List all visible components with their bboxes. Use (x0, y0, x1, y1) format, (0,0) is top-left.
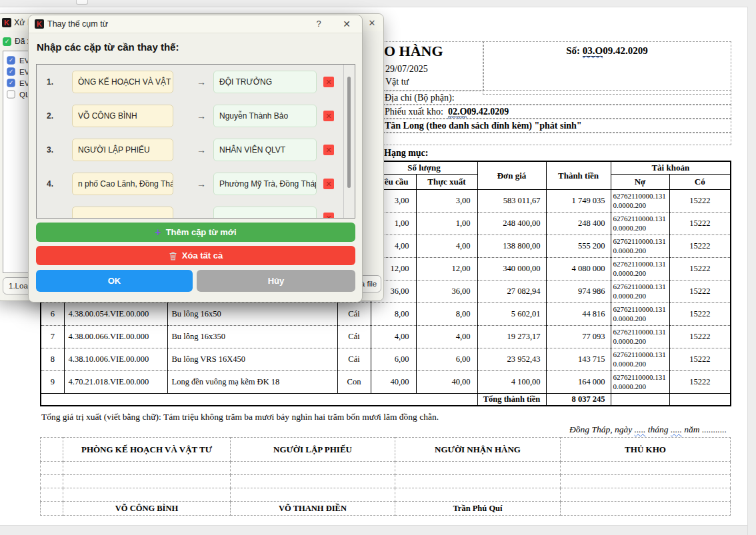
pair-from-input[interactable]: n phố Cao Lãnh, Đồng Tháp (72, 173, 173, 195)
doc-number-prefix: 03.O (583, 45, 603, 57)
scrollbar-thumb[interactable] (347, 77, 351, 188)
cell-no: 8 (41, 348, 64, 371)
dialog-titlebar[interactable]: K Thay thế cụm từ ? ✕ (29, 15, 362, 33)
app-logo-icon: K (2, 18, 11, 27)
cell-unit: Cái (337, 303, 371, 326)
ok-button[interactable]: OK (36, 270, 193, 292)
cell-unit: Cái (337, 348, 371, 371)
cell-price: 340 000,00 (477, 258, 546, 280)
doc-address-label: Địa chỉ (Bộ phận): (385, 93, 455, 103)
cell-credit: 15222 (669, 235, 731, 258)
add-pair-button[interactable]: + Thêm cặp từ mới (36, 223, 355, 242)
cell-debit: 62762110000.1310.0000.200 (611, 303, 669, 326)
checkbox-icon[interactable] (7, 56, 15, 64)
signature-empty-row (41, 488, 731, 502)
col-header-price: Đơn giá (477, 161, 546, 190)
cell-amount: 4 080 000 (546, 258, 611, 280)
doc-number-suffix: 09.42.0209 (603, 45, 648, 56)
processed-checkbox-row[interactable]: Đã x (3, 37, 31, 46)
signature-name-cell (41, 502, 63, 516)
signature-names-row: VÕ CÔNG BÌNH VÕ THANH ĐIỀN Trần Phú Quí (41, 502, 731, 516)
cell-debit: 62762110000.1310.0000.200 (611, 348, 669, 371)
place-date-line: Đồng Tháp, ngày ..... tháng ..... năm ..… (400, 424, 727, 435)
col-header-account-group: Tài khoản (611, 161, 731, 175)
trash-icon (169, 251, 177, 261)
cell-credit: 15222 (669, 371, 731, 394)
cell-code: 4.70.21.018.VIE.00.000 (64, 371, 167, 394)
signature-header-cell: PHÒNG KẾ HOẠCH VÀ VẬT TƯ (63, 438, 231, 462)
col-header-qty-group: Số lượng (371, 161, 477, 175)
signature-name-cell (561, 502, 731, 516)
checked-checkbox-icon[interactable] (3, 37, 11, 46)
delete-pair-button[interactable]: ✕ (323, 77, 334, 87)
pair-to-input[interactable]: Nguyễn Thành Bảo (213, 105, 317, 127)
cell-credit: 15222 (669, 258, 731, 280)
col-header-qty-act: Thực xuất (416, 175, 477, 190)
list-scrollbar[interactable] (343, 65, 355, 218)
delete-pair-button[interactable]: ✕ (323, 179, 334, 189)
cell-debit: 62762110000.1310.0000.200 (611, 326, 669, 348)
cell-name: Bu lông VRS 16X450 (167, 348, 337, 371)
doc-type-fragment: Vật tư (385, 77, 409, 87)
pair-to-input[interactable]: ĐỘI TRƯỞNG (213, 71, 317, 93)
arrow-icon: → (193, 145, 209, 155)
table-row: 9 4.70.21.018.VIE.00.000 Long đền vuông … (41, 371, 731, 394)
cancel-button[interactable]: Hủy (197, 270, 355, 292)
place-date-suffix: năm (684, 424, 699, 434)
cell-qty-req: 4,00 (371, 326, 416, 348)
table-row: 6 4.38.00.054.VIE.00.000 Bu lông 16x50 C… (41, 303, 731, 326)
cell-amount: 164 000 (546, 371, 611, 394)
close-icon[interactable]: ✕ (341, 18, 353, 30)
cell-qty-req: 40,00 (371, 371, 416, 394)
cell-credit: 15222 (669, 213, 731, 235)
cell-price: 19 273,17 (477, 326, 546, 348)
app-logo-icon: K (35, 19, 44, 29)
help-icon[interactable]: ? (313, 18, 325, 30)
bottom-window-strip (0, 525, 747, 535)
delete-pair-button[interactable]: ✕ (323, 213, 334, 219)
cell-credit: 15222 (669, 280, 731, 303)
add-pair-label: Thêm cặp từ mới (166, 227, 237, 237)
checkbox-icon[interactable] (7, 79, 15, 87)
dialog-heading: Nhập các cặp từ cần thay thế: (37, 41, 179, 53)
close-icon[interactable]: ✕ (366, 17, 378, 29)
doc-number-label: Số: (566, 45, 580, 56)
cell-credit: 15222 (669, 303, 731, 326)
cell-debit: 62762110000.1310.0000.200 (611, 190, 669, 213)
pair-from-input[interactable] (72, 207, 173, 219)
col-header-amount: Thành tiền (546, 161, 611, 190)
pair-to-input[interactable] (213, 207, 317, 219)
cell-amount: 44 816 (546, 303, 611, 326)
cell-qty-act: 1,00 (416, 213, 477, 235)
pair-from-input[interactable]: VÕ CÔNG BÌNH (72, 105, 173, 127)
cell-amount: 77 093 (546, 326, 611, 348)
signature-name-cell: VÕ CÔNG BÌNH (63, 502, 231, 516)
window-drag-handle[interactable] (76, 0, 88, 5)
checkbox-icon[interactable] (7, 67, 15, 75)
signature-header-cell: NGƯỜI NHẬN HÀNG (395, 438, 561, 462)
doc-title-fragment: O HÀNG (384, 43, 443, 60)
checkbox-icon[interactable] (7, 90, 15, 98)
doc-section-label: Hạng mục: (384, 148, 429, 159)
doc-date: 29/07/2025 (385, 64, 428, 75)
pair-from-input[interactable]: NGƯỜI LẬP PHIẾU (72, 139, 173, 161)
cell-qty-req: 8,00 (371, 303, 416, 326)
clear-all-button[interactable]: Xóa tất cả (36, 246, 355, 265)
right-window-strip (747, 7, 756, 535)
cell-qty-act: 40,00 (416, 371, 477, 394)
signature-empty-row (41, 462, 731, 475)
cell-code: 4.38.00.066.VIE.00.000 (64, 326, 167, 348)
delete-pair-button[interactable]: ✕ (323, 111, 334, 121)
doc-slip-suffix: 09.42.0209 (467, 107, 509, 117)
pair-from-input[interactable]: ÒNG KẾ HOẠCH VÀ VẬT TƯ (72, 71, 173, 93)
pair-to-input[interactable]: NHÂN VIÊN QLVT (213, 139, 317, 161)
cell-amount: 555 200 (546, 235, 611, 258)
cell-debit: 62762110000.1310.0000.200 (611, 371, 669, 394)
signature-name-cell: Trần Phú Quí (395, 502, 561, 516)
cell-price: 4 100,00 (477, 371, 546, 394)
delete-pair-button[interactable]: ✕ (323, 145, 334, 155)
pair-to-input[interactable]: Phường Mỹ Trà, Đồng Tháp (213, 173, 317, 195)
cell-code: 4.38.00.054.VIE.00.000 (64, 303, 167, 326)
table-row: 7 4.38.00.066.VIE.00.000 Bu lông 16x350 … (41, 326, 731, 348)
doc-number-cell: Số: 03.O09.42.0209 (483, 41, 731, 95)
